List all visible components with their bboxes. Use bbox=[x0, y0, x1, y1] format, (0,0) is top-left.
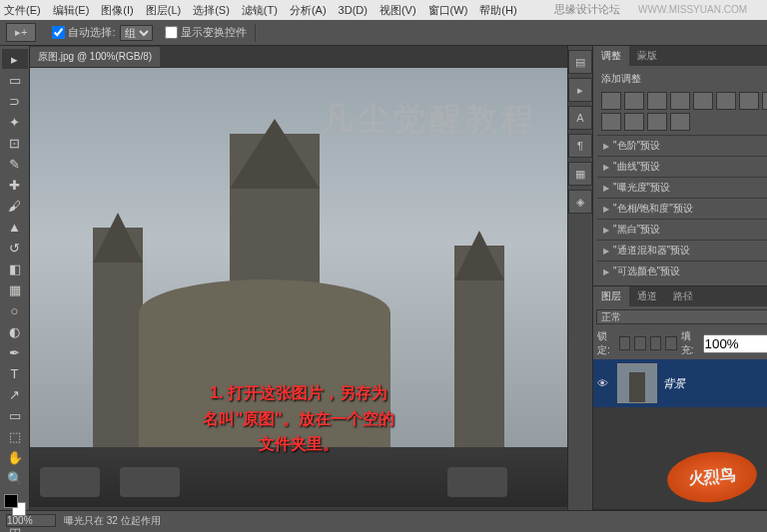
move-tool-icon[interactable]: ▸+ bbox=[6, 23, 36, 42]
preset-channel[interactable]: "通道混和器"预设 bbox=[597, 240, 767, 261]
lock-transparent-icon[interactable] bbox=[619, 336, 630, 350]
marquee-tool[interactable]: ▭ bbox=[2, 70, 28, 90]
shape-tool[interactable]: ▭ bbox=[2, 405, 28, 425]
bw-icon[interactable] bbox=[762, 92, 767, 110]
channels-tab[interactable]: 通道 bbox=[629, 286, 665, 306]
collapsed-panels: ▤ ▸ A ¶ ▦ ◈ bbox=[568, 46, 593, 510]
menu-file[interactable]: 文件(E) bbox=[4, 3, 41, 18]
vibrance-icon[interactable] bbox=[693, 92, 713, 110]
type-tool[interactable]: T bbox=[2, 363, 28, 383]
path-tool[interactable]: ↗ bbox=[2, 384, 28, 404]
lock-position-icon[interactable] bbox=[650, 336, 661, 350]
lock-pixels-icon[interactable] bbox=[634, 336, 645, 350]
exposure-icon[interactable] bbox=[670, 92, 690, 110]
menu-analysis[interactable]: 分析(A) bbox=[290, 3, 327, 18]
gradient-map-icon[interactable] bbox=[647, 113, 667, 131]
paths-tab[interactable]: 路径 bbox=[665, 286, 701, 306]
show-transform-label: 显示变换控件 bbox=[181, 25, 247, 40]
menu-edit[interactable]: 编辑(E) bbox=[53, 3, 90, 18]
adjustments-tab[interactable]: 调整 bbox=[593, 46, 629, 66]
history-icon[interactable]: ▤ bbox=[568, 50, 592, 74]
blend-mode-dropdown[interactable]: 正常 bbox=[596, 309, 767, 324]
instruction-text: 1. 打开这张图片，另存为 名叫"原图"。放在一个空的 文件夹里。 bbox=[203, 380, 393, 457]
eyedropper-tool[interactable]: ✎ bbox=[2, 154, 28, 174]
brightness-icon[interactable] bbox=[601, 92, 621, 110]
layer-name: 背景 bbox=[663, 376, 685, 391]
layers-tab[interactable]: 图层 bbox=[593, 286, 629, 306]
menu-select[interactable]: 选择(S) bbox=[193, 3, 230, 18]
colorbal-icon[interactable] bbox=[739, 92, 759, 110]
menu-window[interactable]: 窗口(W) bbox=[428, 3, 468, 18]
menu-help[interactable]: 帮助(H) bbox=[479, 3, 516, 18]
menu-bar: 文件(E) 编辑(E) 图像(I) 图层(L) 选择(S) 滤镜(T) 分析(A… bbox=[0, 0, 767, 20]
gradient-tool[interactable]: ▦ bbox=[2, 279, 28, 299]
hue-icon[interactable] bbox=[716, 92, 736, 110]
add-adjustment-label: 添加调整 bbox=[597, 70, 767, 88]
heal-tool[interactable]: ✚ bbox=[2, 175, 28, 195]
status-bar: 曝光只在 32 位起作用 bbox=[0, 510, 767, 530]
lock-all-icon[interactable] bbox=[665, 336, 676, 350]
char-icon[interactable]: A bbox=[568, 106, 592, 130]
actions-icon[interactable]: ▸ bbox=[568, 78, 592, 102]
hand-tool[interactable]: ✋ bbox=[2, 447, 28, 467]
dodge-tool[interactable]: ◐ bbox=[2, 321, 28, 341]
options-bar: ▸+ 自动选择: 组 显示变换控件 bbox=[0, 20, 767, 46]
toolbox: ▸ ▭ ⊃ ✦ ⊡ ✎ ✚ 🖌 ▲ ↺ ◧ ▦ ○ ◐ ✒ T ↗ ▭ ⬚ ✋ … bbox=[0, 46, 30, 510]
brush-tool[interactable]: 🖌 bbox=[2, 196, 28, 216]
canvas[interactable]: 凡尘觉醒教程 1. 打开这张图片，另存为 名叫"原图"。放在一个空的 文件夹里。 bbox=[30, 68, 567, 507]
para-icon[interactable]: ¶ bbox=[568, 134, 592, 158]
menu-filter[interactable]: 滤镜(T) bbox=[242, 3, 278, 18]
threshold-icon[interactable] bbox=[624, 113, 644, 131]
styles-icon[interactable]: ◈ bbox=[568, 190, 592, 214]
right-dock: ▤ ▸ A ¶ ▦ ◈ 调整 蒙版 添加调整 bbox=[567, 46, 767, 510]
stamp-tool[interactable]: ▲ bbox=[2, 217, 28, 237]
lock-label: 锁定: bbox=[597, 329, 615, 357]
document-tab[interactable]: 原图.jpg @ 100%(RGB/8) bbox=[30, 47, 160, 68]
crop-tool[interactable]: ⊡ bbox=[2, 133, 28, 153]
preset-exposure[interactable]: "曝光度"预设 bbox=[597, 177, 767, 198]
menu-image[interactable]: 图像(I) bbox=[101, 3, 133, 18]
auto-select-label: 自动选择: bbox=[68, 25, 115, 40]
layer-row[interactable]: 👁 背景 bbox=[593, 359, 767, 407]
preset-selective[interactable]: "可选颜色"预设 bbox=[597, 261, 767, 281]
move-tool[interactable]: ▸ bbox=[2, 49, 28, 69]
preset-list: "色阶"预设 "曲线"预设 "曝光度"预设 "色相/饱和度"预设 "黑白"预设 … bbox=[597, 135, 767, 281]
pen-tool[interactable]: ✒ bbox=[2, 342, 28, 362]
curves-icon[interactable] bbox=[647, 92, 667, 110]
auto-select-checkbox[interactable] bbox=[52, 26, 65, 39]
canvas-area: 原图.jpg @ 100%(RGB/8) 凡尘觉醒教程 1. 打开这张图片，另存… bbox=[30, 46, 567, 510]
status-info: 曝光只在 32 位起作用 bbox=[64, 514, 161, 528]
adjustments-panel: 调整 蒙版 添加调整 bbox=[593, 46, 767, 286]
swatches-icon[interactable]: ▦ bbox=[568, 162, 592, 186]
auto-select-dropdown[interactable]: 组 bbox=[120, 25, 153, 41]
watermark-text: 凡尘觉醒教程 bbox=[322, 98, 537, 142]
masks-tab[interactable]: 蒙版 bbox=[629, 46, 665, 66]
history-brush-tool[interactable]: ↺ bbox=[2, 238, 28, 258]
preset-curves[interactable]: "曲线"预设 bbox=[597, 156, 767, 177]
visibility-icon[interactable]: 👁 bbox=[597, 377, 611, 389]
eraser-tool[interactable]: ◧ bbox=[2, 259, 28, 278]
layer-thumbnail[interactable] bbox=[617, 363, 657, 403]
zoom-tool[interactable]: 🔍 bbox=[2, 468, 28, 488]
preset-hue[interactable]: "色相/饱和度"预设 bbox=[597, 198, 767, 219]
wand-tool[interactable]: ✦ bbox=[2, 112, 28, 132]
menu-layer[interactable]: 图层(L) bbox=[146, 3, 181, 18]
lasso-tool[interactable]: ⊃ bbox=[2, 91, 28, 111]
preset-levels[interactable]: "色阶"预设 bbox=[597, 135, 767, 156]
brand-label: 思缘设计论坛WWW.MISSYUAN.COM bbox=[554, 2, 759, 17]
menu-3d[interactable]: 3D(D) bbox=[339, 4, 368, 16]
fill-label: 填充: bbox=[681, 329, 699, 357]
levels-icon[interactable] bbox=[624, 92, 644, 110]
posterize-icon[interactable] bbox=[601, 113, 621, 131]
show-transform-checkbox[interactable] bbox=[165, 26, 178, 39]
color-swatch[interactable] bbox=[4, 494, 26, 516]
preset-bw[interactable]: "黑白"预设 bbox=[597, 219, 767, 240]
blur-tool[interactable]: ○ bbox=[2, 300, 28, 320]
selective-color-icon[interactable] bbox=[670, 113, 690, 131]
menu-view[interactable]: 视图(V) bbox=[380, 3, 416, 18]
3d-tool[interactable]: ⬚ bbox=[2, 426, 28, 446]
fill-input[interactable] bbox=[703, 334, 767, 353]
